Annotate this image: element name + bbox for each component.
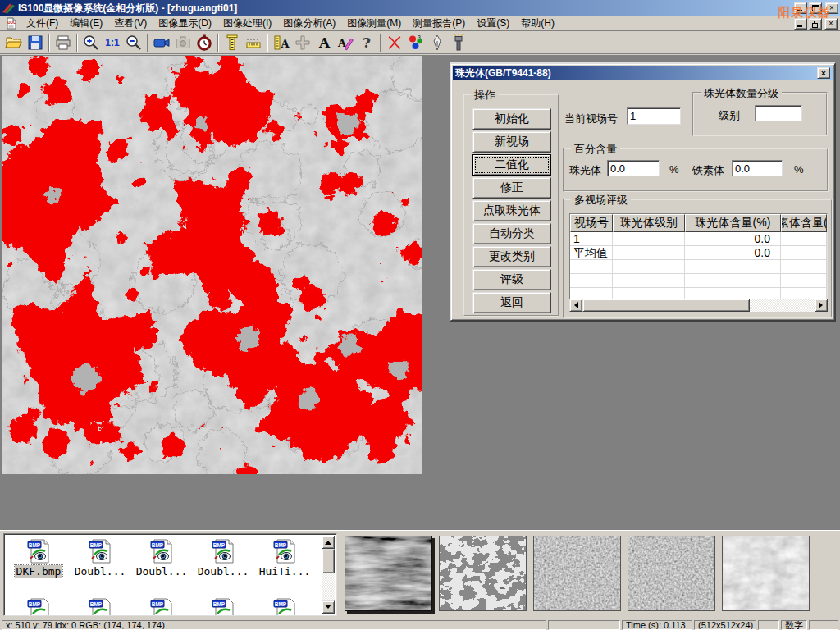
menu-view[interactable]: 查看(V) (108, 16, 153, 31)
file-name[interactable]: Doubl... (73, 565, 128, 578)
file-item[interactable]: BMP (194, 598, 253, 616)
classify-tool-button[interactable]: 3 (405, 32, 427, 52)
pick-pearlite-button[interactable]: 点取珠光体 (472, 200, 551, 221)
timer-button[interactable] (194, 32, 215, 52)
zoom-out-button[interactable] (123, 32, 144, 52)
file-item[interactable]: BMP (71, 598, 130, 616)
file-item[interactable]: BMP (132, 598, 191, 616)
help-button[interactable]: ? (356, 32, 377, 52)
thumbnail-4[interactable] (628, 536, 715, 611)
scrollbar-thumb[interactable] (322, 549, 335, 573)
annotate-tool-button[interactable]: A (335, 32, 356, 52)
return-button[interactable]: 返回 (472, 292, 551, 313)
file-item[interactable]: BMP DKF.bmp (9, 539, 68, 578)
dialog-close-button[interactable]: × (817, 67, 830, 79)
move-tool-button[interactable] (292, 32, 313, 52)
child-close-button[interactable]: × (824, 18, 838, 30)
minimize-button[interactable] (794, 2, 807, 14)
actual-size-button[interactable]: 1:1 (102, 32, 123, 52)
current-field-label: 当前视场号 (564, 112, 618, 126)
pearlite-percent-input[interactable] (607, 160, 660, 176)
col-field-number[interactable]: 视场号 (570, 214, 613, 232)
menu-help[interactable]: 帮助(H) (515, 16, 560, 31)
file-name[interactable]: DKF.bmp (15, 565, 63, 578)
file-name[interactable]: HuiTi... (258, 565, 313, 578)
pen-tool-button[interactable] (427, 32, 448, 52)
file-item[interactable]: BMP Doubl... (71, 539, 130, 578)
file-item[interactable]: BMP HuiTi... (255, 539, 314, 578)
menu-image-measure[interactable]: 图像测量(M) (341, 16, 407, 31)
initialize-button[interactable]: 初始化 (472, 108, 551, 130)
col-pearlite-content[interactable]: 珠光体含量(%) (685, 214, 781, 232)
table-row[interactable]: 平均值 0.0 (570, 246, 827, 260)
change-class-button[interactable]: 更改类别 (472, 246, 551, 267)
menu-file[interactable]: 文件(F) (21, 16, 64, 31)
status-time: Time (s): 0.113 (622, 620, 692, 630)
child-restore-button[interactable] (809, 18, 822, 30)
scrollbar-thumb[interactable] (582, 299, 750, 312)
curve-tool-icon (386, 34, 404, 52)
col-pearlite-grade[interactable]: 珠光体级别 (613, 214, 685, 232)
close-button[interactable]: × (825, 2, 838, 14)
menu-image-display[interactable]: 图像显示(D) (153, 16, 217, 31)
application-window: { "window": { "title": "IS100显微摄像系统(金相分析… (0, 0, 840, 630)
file-item[interactable]: BMP (255, 598, 314, 616)
menu-settings[interactable]: 设置(S) (471, 16, 515, 31)
horizontal-measure-button[interactable] (243, 32, 264, 52)
one-to-one-icon: 1:1 (105, 37, 119, 48)
file-list-scrollbar[interactable] (322, 536, 335, 614)
open-button[interactable] (3, 32, 25, 52)
flashlight-tool-button[interactable] (448, 32, 469, 52)
table-row[interactable]: 1 0.0 (570, 232, 827, 246)
snapshot-button[interactable] (172, 32, 194, 52)
maximize-button[interactable] (809, 2, 822, 14)
scroll-left-button[interactable] (569, 299, 582, 312)
file-item[interactable]: BMP Doubl... (132, 539, 191, 578)
correct-button[interactable]: 修正 (472, 177, 551, 199)
cell: 0.0 (685, 232, 781, 245)
scroll-right-button[interactable] (815, 299, 828, 312)
scroll-down-button[interactable] (322, 600, 335, 614)
thumbnail-1[interactable] (345, 536, 432, 611)
table-horizontal-scrollbar[interactable] (569, 299, 828, 312)
zoom-in-button[interactable] (80, 32, 102, 52)
ferrite-percent-input[interactable] (732, 160, 783, 176)
dialog-titlebar[interactable]: 珠光体(GB/T9441-88) × (453, 66, 833, 80)
thumbnail-3[interactable] (533, 536, 621, 611)
measure-label-button[interactable]: A (271, 32, 292, 52)
print-button[interactable] (52, 32, 74, 52)
col-ferrite-content[interactable]: 铁素体含量(%) (781, 214, 827, 232)
thumbnail-5[interactable] (722, 536, 810, 611)
cell (781, 232, 827, 245)
grade-input[interactable] (755, 105, 802, 121)
file-item[interactable]: BMP Doubl... (194, 539, 253, 578)
scroll-up-button[interactable] (322, 536, 335, 549)
file-name[interactable]: Doubl... (196, 565, 251, 578)
menu-measure-report[interactable]: 测量报告(P) (407, 16, 471, 31)
auto-classify-button[interactable]: 自动分类 (472, 223, 551, 244)
svg-text:3: 3 (418, 34, 421, 39)
text-tool-button[interactable]: A (313, 32, 335, 52)
grade-button[interactable]: 评级 (472, 269, 551, 290)
binarize-button[interactable]: 二值化 (472, 154, 551, 176)
cell: 平均值 (570, 246, 613, 259)
scrollbar-track[interactable] (582, 299, 815, 312)
menu-image-analysis[interactable]: 图像分析(A) (277, 16, 341, 31)
menu-image-processing[interactable]: 图像处理(I) (217, 16, 277, 31)
app-logo-icon (2, 2, 15, 14)
file-name[interactable]: Doubl... (135, 565, 189, 578)
metallographic-image[interactable] (2, 56, 422, 474)
new-field-button[interactable]: 新视场 (472, 131, 551, 153)
menu-edit[interactable]: 编辑(E) (64, 16, 108, 31)
current-field-input[interactable] (627, 107, 681, 125)
video-capture-button[interactable] (151, 32, 172, 52)
vertical-measure-button[interactable] (221, 32, 243, 52)
curve-tool-button[interactable] (384, 32, 405, 52)
open-folder-icon (5, 34, 23, 52)
child-minimize-button[interactable] (794, 18, 807, 30)
percent-legend: 百分含量 (571, 142, 620, 157)
save-button[interactable] (25, 32, 46, 52)
document-icon[interactable]: DOC (5, 17, 17, 30)
file-item[interactable]: BMP (9, 598, 68, 616)
thumbnail-2[interactable] (439, 536, 527, 611)
